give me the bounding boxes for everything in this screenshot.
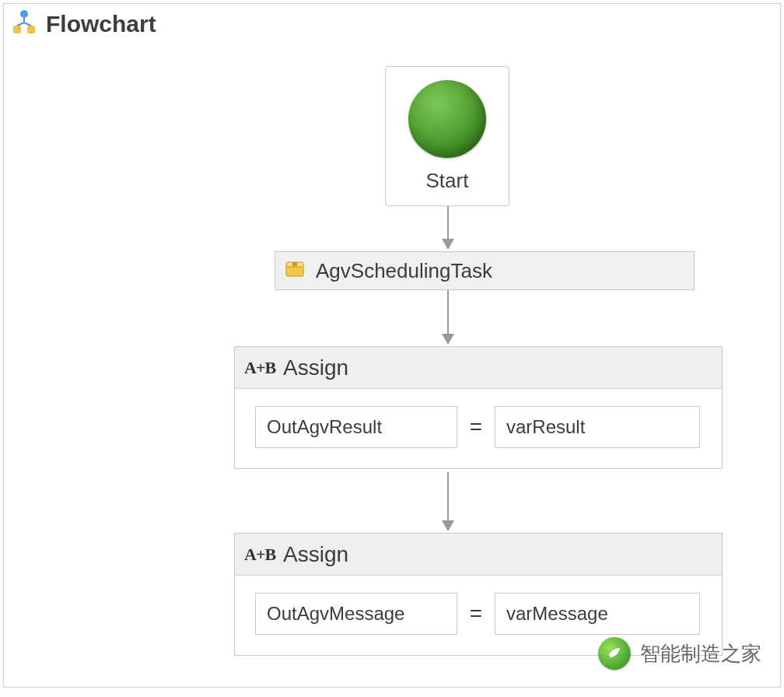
connector-arrow	[447, 472, 449, 522]
watermark-logo-icon	[598, 637, 631, 670]
assign-icon: A+B	[244, 358, 275, 378]
flowchart-canvas[interactable]: Flowchart Start AgvSchedulingTask A+B As…	[3, 3, 781, 688]
start-node[interactable]: Start	[385, 66, 509, 206]
start-circle-icon	[408, 80, 486, 158]
svg-rect-2	[27, 26, 35, 33]
assign-to-field[interactable]: OutAgvMessage	[255, 593, 457, 635]
equals-label: =	[468, 415, 484, 440]
start-label: Start	[426, 169, 469, 193]
assign-value-field[interactable]: varResult	[495, 406, 700, 448]
activity-label: AgvSchedulingTask	[316, 259, 492, 283]
assign-header: A+B Assign	[235, 347, 722, 389]
assign-body: OutAgvResult = varResult	[235, 389, 722, 468]
connector-arrow	[447, 290, 449, 335]
assign-icon: A+B	[244, 545, 275, 565]
package-icon	[283, 257, 306, 284]
svg-rect-5	[292, 262, 297, 266]
svg-rect-1	[13, 26, 21, 33]
equals-label: =	[468, 601, 484, 626]
assign-header-label: Assign	[283, 542, 348, 567]
activity-agv-scheduling-task[interactable]: AgvSchedulingTask	[275, 251, 695, 290]
watermark: 智能制造之家	[598, 637, 761, 670]
connector-arrow	[447, 206, 449, 240]
assign-to-field[interactable]: OutAgvResult	[255, 406, 457, 448]
assign-activity-1[interactable]: A+B Assign OutAgvResult = varResult	[234, 346, 723, 469]
watermark-text: 智能制造之家	[640, 640, 761, 667]
svg-point-0	[20, 10, 28, 18]
flowchart-title-row: Flowchart	[10, 9, 156, 40]
flowchart-title: Flowchart	[46, 11, 156, 37]
assign-value-field[interactable]: varMessage	[495, 593, 700, 635]
assign-header: A+B Assign	[235, 534, 722, 576]
flowchart-icon	[10, 9, 38, 40]
assign-header-label: Assign	[283, 356, 348, 380]
